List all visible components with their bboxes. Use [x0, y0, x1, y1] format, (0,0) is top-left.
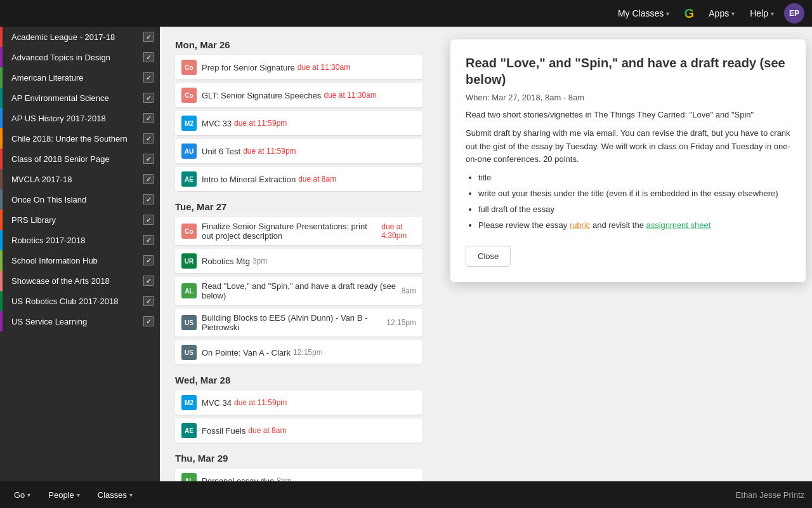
sidebar-checkbox-7[interactable] — [143, 174, 154, 184]
apps-label: Apps — [709, 8, 729, 18]
apps-nav[interactable]: Apps ▾ — [704, 6, 740, 21]
event-item-1-2[interactable]: ALRead "Love," and "Spin," and have a dr… — [175, 277, 422, 305]
popup-instructions: Submit draft by sharing with me via emai… — [466, 127, 790, 166]
event-badge-1-1: UR — [181, 253, 197, 269]
sidebar-item-9[interactable]: PRS Library — [0, 210, 160, 230]
user-name: Ethan Jesse Printz — [736, 490, 804, 500]
sidebar-item-3[interactable]: AP Environmental Science — [0, 88, 160, 108]
sidebar-item-label-13: US Robotics Club 2017-2018 — [11, 297, 143, 306]
sidebar-item-4[interactable]: AP US History 2017-2018 — [0, 108, 160, 128]
my-classes-nav[interactable]: My Classes ▾ — [613, 6, 674, 21]
event-item-0-3[interactable]: AUUnit 6 Testdue at 11:59pm — [175, 139, 422, 163]
classes-label: Classes — [98, 490, 127, 500]
sidebar-item-14[interactable]: US Service Learning — [0, 311, 160, 331]
event-item-2-1[interactable]: AEFossil Fuelsdue at 8am — [175, 418, 422, 443]
help-nav[interactable]: Help ▾ — [745, 6, 779, 21]
day-section-2: Wed, Mar 28M2MVC 34due at 11:59pmAEFossi… — [175, 375, 797, 443]
popup-description: Read two short stories/vignettes in The … — [466, 109, 790, 122]
event-name-1-0: Finalize Senior Signature Presentations:… — [202, 222, 379, 241]
bottom-navigation: Go ▾ People ▾ Classes ▾ Ethan Jesse Prin… — [0, 481, 812, 508]
event-badge-0-4: AE — [181, 171, 197, 187]
sidebar-checkbox-2[interactable] — [143, 72, 154, 83]
assignment-sheet-link[interactable]: assignment sheet — [646, 220, 710, 230]
event-item-2-0[interactable]: M2MVC 34due at 11:59pm — [175, 391, 422, 415]
event-item-0-0[interactable]: CoPrep for Senior Signaturedue at 11:30a… — [175, 55, 422, 79]
sidebar-checkbox-12[interactable] — [143, 276, 154, 286]
sidebar-item-label-14: US Service Learning — [11, 317, 143, 326]
event-item-1-1[interactable]: URRobotics Mtg3pm — [175, 249, 422, 273]
event-name-0-2: MVC 33 — [202, 119, 232, 128]
sidebar-checkbox-9[interactable] — [143, 215, 154, 225]
my-classes-label: My Classes — [618, 8, 664, 18]
event-item-1-0[interactable]: CoFinalize Senior Signature Presentation… — [175, 217, 422, 245]
sidebar-checkbox-8[interactable] — [143, 194, 154, 204]
people-nav[interactable]: People ▾ — [42, 488, 86, 502]
classes-chevron-icon: ▾ — [129, 491, 133, 498]
user-avatar[interactable]: EP — [784, 3, 804, 23]
sidebar-item-12[interactable]: Showcase of the Arts 2018 — [0, 271, 160, 291]
event-name-2-1: Fossil Fuels — [202, 426, 246, 436]
sidebar-item-1[interactable]: Advanced Topics in Design — [0, 47, 160, 67]
event-time-0-2: due at 11:59pm — [234, 119, 287, 128]
event-item-1-4[interactable]: USOn Pointe: Van A - Clark12:15pm — [175, 340, 422, 364]
sidebar-item-label-11: School Information Hub — [11, 256, 143, 265]
sidebar-checkbox-1[interactable] — [143, 52, 154, 62]
event-badge-2-0: M2 — [181, 395, 197, 410]
event-name-0-1: GLT: Senior Signature Speeches — [202, 91, 321, 100]
apps-chevron-icon: ▾ — [731, 10, 735, 17]
event-badge-3-0: AL — [181, 473, 197, 481]
event-badge-1-3: US — [181, 315, 197, 330]
top-navigation: My Classes ▾ G Apps ▾ Help ▾ EP — [0, 0, 812, 27]
day-header-2: Wed, Mar 28 — [175, 375, 797, 385]
event-popup: Read "Love," and "Spin," and have a draf… — [450, 39, 806, 282]
google-icon[interactable]: G — [679, 4, 698, 23]
popup-list-item-1: write out your thesis under the title (e… — [478, 187, 790, 201]
sidebar-item-5[interactable]: Chile 2018: Under the Southern — [0, 128, 160, 149]
event-item-0-2[interactable]: M2MVC 33due at 11:59pm — [175, 111, 422, 135]
sidebar-item-label-4: AP US History 2017-2018 — [11, 114, 143, 123]
sidebar-checkbox-4[interactable] — [143, 113, 154, 123]
sidebar-item-10[interactable]: Robotics 2017-2018 — [0, 230, 160, 250]
go-nav[interactable]: Go ▾ — [8, 488, 37, 502]
classes-nav[interactable]: Classes ▾ — [91, 488, 139, 502]
event-badge-1-2: AL — [181, 283, 197, 298]
google-g-letter: G — [684, 6, 695, 21]
event-time-1-4: 12:15pm — [293, 348, 323, 357]
sidebar-checkbox-0[interactable] — [143, 32, 154, 42]
sidebar-checkbox-13[interactable] — [143, 296, 154, 306]
rubric-link[interactable]: rubric — [570, 220, 591, 230]
sidebar-checkbox-3[interactable] — [143, 93, 154, 103]
my-classes-chevron-icon: ▾ — [666, 10, 669, 17]
event-item-0-1[interactable]: CoGLT: Senior Signature Speechesdue at 1… — [175, 83, 422, 107]
sidebar-item-label-10: Robotics 2017-2018 — [11, 236, 143, 245]
sidebar-item-8[interactable]: Once On This Island — [0, 189, 160, 210]
event-time-3-0: 8am — [277, 476, 291, 481]
avatar-initials: EP — [789, 9, 799, 18]
sidebar-item-label-8: Once On This Island — [11, 195, 143, 204]
sidebar-checkbox-5[interactable] — [143, 133, 154, 144]
sidebar-item-13[interactable]: US Robotics Club 2017-2018 — [0, 291, 160, 311]
sidebar-item-7[interactable]: MVCLA 2017-18 — [0, 169, 160, 189]
event-time-1-1: 3pm — [252, 257, 267, 265]
help-label: Help — [750, 8, 768, 18]
event-name-1-2: Read "Love," and "Spin," and have a draf… — [202, 281, 399, 300]
sidebar-item-label-7: MVCLA 2017-18 — [11, 175, 143, 184]
sidebar-checkbox-14[interactable] — [143, 316, 154, 326]
event-badge-1-4: US — [181, 345, 197, 360]
event-item-0-4[interactable]: AEIntro to Mineral Extractiondue at 8am — [175, 167, 422, 191]
event-badge-0-0: Co — [181, 60, 197, 75]
help-chevron-icon: ▾ — [771, 10, 774, 17]
sidebar-item-11[interactable]: School Information Hub — [0, 250, 160, 271]
event-name-1-4: On Pointe: Van A - Clark — [202, 348, 291, 358]
close-button[interactable]: Close — [466, 246, 511, 267]
event-time-0-3: due at 11:59pm — [243, 147, 296, 156]
event-item-3-0[interactable]: ALPersonal essay due8am — [175, 469, 422, 481]
sidebar-checkbox-11[interactable] — [143, 255, 154, 265]
event-name-2-0: MVC 34 — [202, 398, 232, 408]
sidebar-checkbox-10[interactable] — [143, 235, 154, 245]
sidebar-checkbox-6[interactable] — [143, 154, 154, 164]
sidebar-item-2[interactable]: American Literature — [0, 67, 160, 88]
sidebar-item-6[interactable]: Class of 2018 Senior Page — [0, 149, 160, 169]
sidebar-item-0[interactable]: Academic League - 2017-18 — [0, 27, 160, 47]
event-item-1-3[interactable]: USBuilding Blocks to EES (Alvin Dunn) - … — [175, 309, 422, 337]
